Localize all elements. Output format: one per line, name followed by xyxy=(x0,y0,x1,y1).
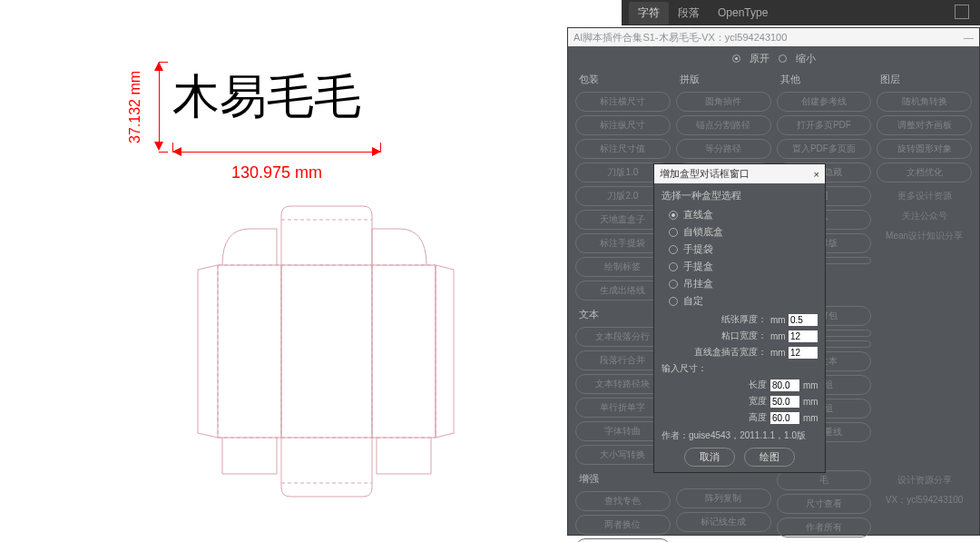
minimize-icon[interactable]: — xyxy=(964,32,974,43)
prepress-button[interactable]: 锚点分割路径 xyxy=(676,115,771,135)
mode-shrink-radio[interactable] xyxy=(779,54,787,63)
layers-button[interactable]: 旋转圆形对象 xyxy=(877,139,972,159)
dialog-title-text: 增加盒型对话框窗口 xyxy=(660,167,750,181)
draw-button[interactable]: 绘图 xyxy=(744,448,795,467)
panel-tabs-strip: 字符 段落 OpenType xyxy=(622,0,980,25)
enhance-button[interactable]: 两者换位 xyxy=(575,515,671,535)
box-type-option[interactable]: 直线盒 xyxy=(662,206,818,223)
box-type-option-label: 手提袋 xyxy=(683,242,713,256)
length-input[interactable]: 80.0 xyxy=(770,379,799,391)
script-panel-title: AI脚本插件合集S1-木易毛毛-VX：ycl594243100 xyxy=(573,31,787,44)
packaging-button[interactable]: 标注尺寸值 xyxy=(575,139,671,159)
dimension-vertical: 37.132 mm xyxy=(132,62,168,153)
box-type-dialog: 增加盒型对话框窗口 × 选择一种盒型选程 直线盒自锁底盒手提袋手提盒吊挂盒自定 … xyxy=(653,163,826,473)
box-type-option[interactable]: 自锁底盒 xyxy=(662,223,818,241)
box-type-option-label: 直线盒 xyxy=(683,208,713,222)
mode-radio-row: 原开 缩小 xyxy=(568,46,979,71)
layers-extra-note: 关注公众号 xyxy=(877,210,972,222)
tab-opentype[interactable]: OpenType xyxy=(709,3,777,23)
layers-button[interactable]: 文档优化 xyxy=(877,163,972,182)
box-type-option[interactable]: 自定 xyxy=(662,292,818,310)
enhance-button[interactable]: 阵列复制 xyxy=(676,488,771,508)
dimension-horizontal: 130.975 mm xyxy=(172,147,381,183)
box-type-option-label: 自定 xyxy=(683,294,703,308)
radio-icon xyxy=(669,228,678,237)
enhance-button[interactable]: 选择导出PSD xyxy=(575,538,671,542)
enhance-button[interactable]: 查找专色 xyxy=(575,491,671,511)
box-dieline xyxy=(177,202,467,537)
enhance-button[interactable]: 标记线生成 xyxy=(676,512,771,532)
column-layers: 图层 随机角转换调整对齐画板旋转圆形对象文档优化更多设计资源关注公众号Mean设… xyxy=(877,71,972,301)
tongue-width-input[interactable]: 12 xyxy=(789,347,818,359)
paper-thickness-input[interactable]: 0.5 xyxy=(789,314,818,326)
layers-button[interactable]: 随机角转换 xyxy=(877,92,972,112)
radio-icon xyxy=(669,262,678,271)
column-enhance-footer: - 阵列复制标记线生成 xyxy=(676,470,771,542)
box-type-option-label: 吊挂盒 xyxy=(683,277,713,291)
radio-icon xyxy=(669,245,678,254)
box-type-option[interactable]: 手提盒 xyxy=(662,258,818,275)
layers-button[interactable]: 调整对齐画板 xyxy=(877,115,972,135)
canvas-artboard: 37.132 mm 木易毛毛 130.975 mm xyxy=(0,0,563,542)
script-panel-titlebar[interactable]: AI脚本插件合集S1-木易毛毛-VX：ycl594243100 — xyxy=(568,28,979,46)
dialog-group-title: 选择一种盒型选程 xyxy=(662,189,818,202)
mode-original-radio[interactable] xyxy=(732,54,740,63)
enhance-button[interactable]: 尺寸查看 xyxy=(777,494,872,514)
enhance-button[interactable]: 作者所有 xyxy=(777,517,872,537)
sample-text[interactable]: 木易毛毛 xyxy=(172,65,361,129)
enhance-button[interactable]: 毛 xyxy=(777,470,872,490)
dimension-vertical-label: 37.132 mm xyxy=(127,71,143,143)
box-type-option-label: 手提盒 xyxy=(683,260,713,273)
layers-extra-note: 更多设计资源 xyxy=(877,190,972,202)
box-type-option[interactable]: 吊挂盒 xyxy=(662,275,818,292)
width-input[interactable]: 50.0 xyxy=(770,396,799,408)
layers-extra-note: Mean设计知识分享 xyxy=(877,230,972,242)
other-button[interactable]: 置入PDF多页面 xyxy=(777,139,872,159)
glue-width-input[interactable]: 12 xyxy=(789,330,818,342)
radio-icon xyxy=(669,297,678,306)
dimension-horizontal-label: 130.975 mm xyxy=(172,163,381,182)
radio-icon xyxy=(669,211,678,220)
radio-icon xyxy=(669,280,678,289)
tab-paragraph[interactable]: 段落 xyxy=(669,2,709,25)
dialog-author-text: 作者：guise4543，2011.1.1，1.0版 xyxy=(662,429,818,442)
other-button[interactable]: 创建参考线 xyxy=(777,92,872,112)
column-resources: 设计资源分享 VX：ycl594243100 xyxy=(877,470,972,542)
column-enhance: 增强 查找专色两者换位选择导出PSD导出jpg选择导出jpg选择剪切随机填色 xyxy=(575,470,671,542)
box-type-option[interactable]: 手提袋 xyxy=(662,241,818,258)
column-layers-extra xyxy=(877,306,972,465)
other-button[interactable]: 打开多页PDF xyxy=(777,115,872,135)
prepress-button[interactable]: 等分路径 xyxy=(676,139,771,159)
close-icon[interactable]: × xyxy=(814,169,819,180)
tab-character[interactable]: 字符 xyxy=(629,2,669,25)
height-input[interactable]: 60.0 xyxy=(770,412,799,424)
packaging-button[interactable]: 标注纵尺寸 xyxy=(575,115,671,135)
library-icon[interactable] xyxy=(955,5,969,19)
prepress-button[interactable]: 圆角插件 xyxy=(676,92,771,112)
box-type-option-label: 自锁底盒 xyxy=(683,225,723,239)
column-enhance-right: 毛尺寸查看作者所有 xyxy=(777,470,872,542)
cancel-button[interactable]: 取消 xyxy=(684,448,735,467)
packaging-button[interactable]: 标注横尺寸 xyxy=(575,92,671,112)
